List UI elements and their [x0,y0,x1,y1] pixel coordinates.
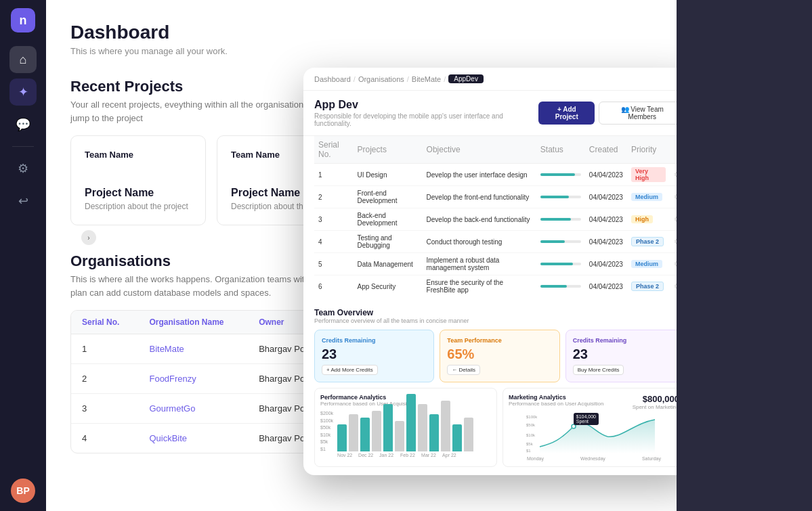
bar-7 [406,394,416,451]
panel-gear-icon[interactable]: ⚙ [674,282,677,291]
marketing-value: $800,000 [633,394,677,404]
performance-bar-chart [337,411,473,451]
user-avatar[interactable]: BP [11,479,35,503]
page-subtitle: This is where you manage all your work. [70,46,652,56]
svg-text:$5k: $5k [526,442,534,446]
add-project-button[interactable]: + Add Project [538,102,595,125]
panel-header: App Dev Responsible for developing the m… [303,91,677,136]
sidebar-divider [12,146,34,147]
buy-credits-button[interactable]: Buy More Credits [573,365,624,375]
panel-col-created: Created [585,136,627,164]
panel-table-row: 4 Testing and Debugging Conduct thorough… [314,231,677,253]
sidebar: n ⌂ ✦ 💬 ⚙ ↩ BP [0,0,46,511]
bar-9 [429,414,439,451]
bar-2 [349,414,358,451]
bar-1 [337,424,347,451]
panel-table-row: 6 App Security Ensure the security of th… [314,275,677,298]
crumb-bitemate[interactable]: BiteMate [412,75,441,83]
metrics-row: Credits Remaining 23 + Add More Credits … [314,330,677,382]
team-overview-sub: Performance overview of all the teams in… [314,317,677,324]
app-logo[interactable]: n [11,8,35,32]
panel-app-sub: Responsible for developing the mobile ap… [314,112,538,127]
chart-labels: Nov 22 Dec 22 Jan 22 Feb 22 Mar 22 Apr 2… [337,453,473,458]
sidebar-item-chat[interactable]: 💬 [9,111,37,138]
org-link-1[interactable]: BiteMate [149,344,184,354]
project-desc-1: Description about the project [85,202,192,211]
panel-table-row: 5 Data Management Implement a robust dat… [314,253,677,275]
priority-badge: High [631,215,653,223]
panel-table-row: 2 Front-end Development Develop the fron… [314,186,677,208]
panel-col-status: Status [536,136,585,164]
marketing-chart-card: Marketing Analytics Performance based on… [503,388,677,467]
metric-card-credits-1: Credits Remaining 23 + Add More Credits [314,330,434,382]
panel-gear-icon[interactable]: ⚙ [674,215,677,224]
priority-badge: Medium [631,260,662,268]
add-credits-button[interactable]: + Add More Credits [322,365,378,375]
crumb-organisations[interactable]: Organisations [358,75,404,83]
team-overview-title: Team Overview [314,308,677,317]
sidebar-item-logout[interactable]: ↩ [9,187,37,215]
view-members-button[interactable]: 👥 View Team Members [599,102,677,125]
panel-table-row: 3 Back-end Development Develop the back-… [314,208,677,231]
panel-col-projects: Projects [354,136,423,164]
org-link-2[interactable]: FoodFrenzy [149,374,196,384]
panel-breadcrumb: Dashboard / Organisations / BiteMate / A… [303,68,677,91]
main-content: Dashboard This is where you manage all y… [46,0,677,511]
tooltip-bubble: $104,000Spent [574,413,599,425]
crumb-appdev[interactable]: AppDev [448,74,484,83]
panel-col-priority: Priority [627,136,670,164]
bar-6 [395,421,404,451]
crumb-dashboard[interactable]: Dashboard [314,75,351,83]
background-dark [677,0,812,511]
svg-text:$50k: $50k [526,423,536,427]
panel-gear-icon[interactable]: ⚙ [674,170,677,179]
bar-8 [418,404,427,451]
project-team-1: Team Name [85,150,192,160]
collapse-arrow[interactable]: › [81,230,96,245]
performance-chart-card: Performance Analytics Performance based … [314,388,497,467]
sidebar-item-home[interactable]: ⌂ [9,46,37,73]
svg-text:$10k: $10k [526,433,536,437]
panel-app-title: App Dev [314,99,538,111]
bar-5 [383,404,393,451]
metric-card-performance: Team Performance 65% ← Details [440,330,559,382]
bar-11 [452,424,462,451]
team-overview-section: Team Overview Performance overview of al… [303,303,677,382]
col-serial: Serial No. [71,311,138,334]
org-link-3[interactable]: GourmetGo [149,403,195,414]
bar-12 [464,418,473,451]
metric-card-credits-2: Credits Remaining 23 Buy More Credits [565,330,677,382]
panel-col-actions [670,136,677,164]
panel-table-wrap: Serial No. Projects Objective Status Cre… [303,136,677,303]
marketing-x-labels: Monday Wednesday Saturday [509,456,677,461]
panel-col-serial: Serial No. [314,136,354,164]
org-link-4[interactable]: QuickBite [149,433,187,443]
project-name-1: Project Name [85,187,192,199]
panel-gear-icon[interactable]: ⚙ [674,259,677,269]
panel-col-objective: Objective [423,136,536,164]
panel-gear-icon[interactable]: ⚙ [674,192,677,202]
bar-10 [441,401,450,451]
svg-text:$1: $1 [526,449,531,453]
priority-badge: Medium [631,193,662,201]
marketing-sub: Spent on Marketing [633,404,677,410]
overlay-panel: Dashboard / Organisations / BiteMate / A… [303,68,677,475]
bar-3 [360,418,370,451]
col-org-name: Organisation Name [138,311,248,334]
priority-badge: Phase 2 [631,282,664,291]
svg-text:$100k: $100k [526,415,538,419]
panel-gear-icon[interactable]: ⚙ [674,237,677,246]
priority-badge: Phase 2 [631,237,664,246]
sidebar-item-settings[interactable]: ⚙ [9,155,37,182]
page-title: Dashboard [70,22,652,43]
priority-badge: Very High [631,167,666,182]
panel-table-row: 1 UI Design Develop the user interface d… [314,164,677,186]
details-button[interactable]: ← Details [447,365,480,375]
sidebar-item-team[interactable]: ✦ [9,79,37,106]
bar-4 [372,411,381,451]
project-card-1[interactable]: Team Name Project Name Description about… [70,135,206,225]
charts-row: Performance Analytics Performance based … [303,388,677,475]
